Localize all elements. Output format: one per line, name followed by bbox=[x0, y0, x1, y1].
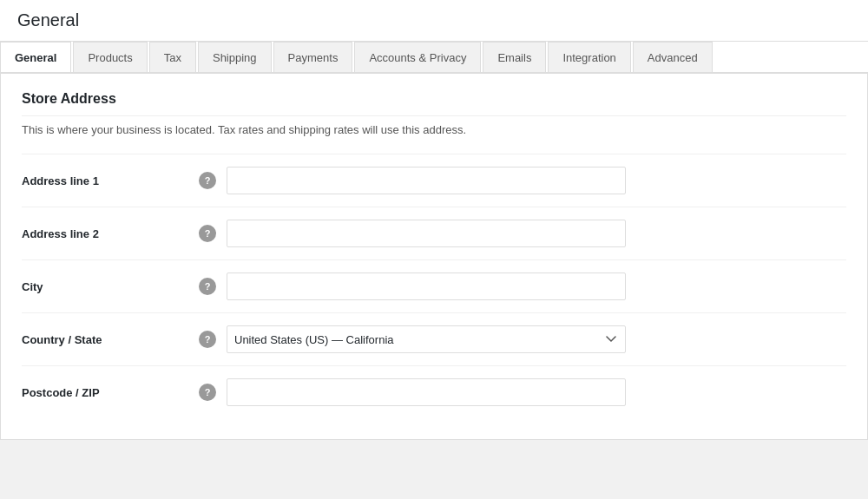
help-icon-address1[interactable]: ? bbox=[199, 172, 216, 189]
form-row-city: City ? bbox=[22, 259, 846, 312]
label-address2: Address line 2 bbox=[22, 227, 195, 240]
page-header: General bbox=[0, 0, 868, 42]
tab-shipping[interactable]: Shipping bbox=[198, 42, 272, 73]
input-city[interactable] bbox=[227, 272, 626, 300]
tab-emails[interactable]: Emails bbox=[483, 42, 546, 73]
help-icon-address2[interactable]: ? bbox=[199, 225, 216, 242]
tab-products[interactable]: Products bbox=[73, 42, 147, 73]
tab-general[interactable]: General bbox=[0, 42, 71, 73]
form-row-address1: Address line 1 ? bbox=[22, 154, 846, 207]
input-address2[interactable] bbox=[227, 220, 626, 247]
tab-payments[interactable]: Payments bbox=[273, 42, 353, 73]
tab-integration[interactable]: Integration bbox=[548, 42, 630, 73]
tab-advanced[interactable]: Advanced bbox=[633, 42, 713, 73]
label-address1: Address line 1 bbox=[22, 174, 195, 187]
form-row-country: Country / State ? United States (US) — C… bbox=[22, 312, 846, 365]
tab-tax[interactable]: Tax bbox=[149, 42, 196, 73]
tabs-nav: General Products Tax Shipping Payments A… bbox=[0, 42, 868, 73]
input-address1[interactable] bbox=[227, 167, 626, 194]
label-city: City bbox=[22, 280, 195, 293]
content-area: Store Address This is where your busines… bbox=[0, 73, 868, 440]
help-icon-city[interactable]: ? bbox=[199, 278, 216, 295]
label-country: Country / State bbox=[22, 333, 195, 346]
tab-accounts-privacy[interactable]: Accounts & Privacy bbox=[354, 42, 481, 73]
label-postcode: Postcode / ZIP bbox=[22, 386, 195, 399]
form-row-address2: Address line 2 ? bbox=[22, 207, 846, 259]
section-title: Store Address bbox=[22, 91, 846, 116]
help-icon-postcode[interactable]: ? bbox=[199, 384, 216, 401]
form-row-postcode: Postcode / ZIP ? bbox=[22, 365, 846, 418]
select-country[interactable]: United States (US) — California United S… bbox=[227, 325, 626, 353]
section-description: This is where your business is located. … bbox=[22, 123, 846, 136]
input-postcode[interactable] bbox=[227, 378, 626, 406]
help-icon-country[interactable]: ? bbox=[199, 331, 216, 348]
page-title: General bbox=[17, 10, 79, 30]
